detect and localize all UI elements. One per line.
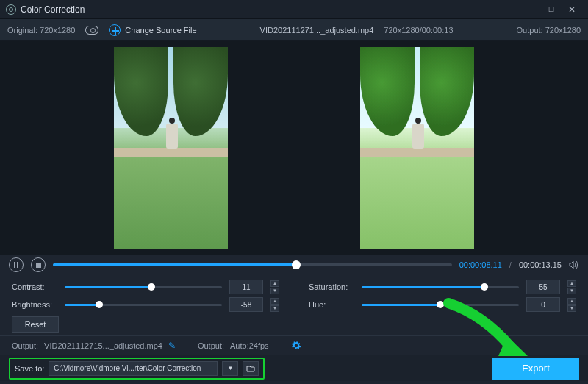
saturation-value[interactable]: 55 [526,280,560,294]
source-filename: VID202111271..._adjusted.mp4 [260,26,374,35]
preview-adjusted [360,47,474,249]
brightness-row: Brightness: -58 ▲▼ [12,297,279,312]
close-button[interactable]: ✕ [562,4,582,15]
save-to-path[interactable]: C:\Vidmore\Vidmore Vi...rter\Color Corre… [49,361,218,376]
contrast-slider[interactable] [65,286,222,288]
reset-button[interactable]: Reset [12,316,59,333]
output-format: Auto;24fps [230,341,269,350]
change-source-label: Change Source File [125,26,196,35]
contrast-step-up[interactable]: ▲ [270,280,279,287]
brightness-step-down[interactable]: ▼ [270,305,279,312]
timeline-slider[interactable] [53,263,452,266]
change-source-button[interactable]: Change Source File [109,24,196,36]
titlebar: Color Correction — ☐ ✕ [0,0,588,19]
brightness-label: Brightness: [12,300,57,309]
original-label: Original: 720x1280 [7,26,75,35]
output-label-1: Output: [12,341,38,350]
settings-icon[interactable] [291,341,301,351]
hue-value[interactable]: 0 [526,297,560,312]
contrast-label: Contrast: [12,282,57,291]
window-title: Color Correction [21,4,520,15]
saturation-slider[interactable] [362,286,519,288]
pause-button[interactable] [9,257,24,272]
reset-row: Reset [0,313,588,335]
info-bar: Original: 720x1280 Change Source File VI… [0,19,588,41]
output-row: Output: VID2021112715..._adjusted.mp4 ✎ … [0,335,588,355]
output-label-2: Output: [198,341,224,350]
output-filename: VID2021112715..._adjusted.mp4 [44,341,162,350]
export-button[interactable]: Export [492,358,579,380]
save-to-label: Save to: [15,364,44,373]
hue-step-up[interactable]: ▲ [567,298,576,305]
rename-icon[interactable]: ✎ [168,341,176,351]
bottom-bar: Save to: C:\Vidmore\Vidmore Vi...rter\Co… [0,355,588,381]
contrast-step-down[interactable]: ▼ [270,288,279,294]
preview-area [0,41,588,255]
transport-bar: 00:00:08.11/00:00:13.15 [0,255,588,275]
save-to-dropdown[interactable]: ▼ [222,361,238,376]
hue-label: Hue: [309,300,354,309]
preview-toggle-icon[interactable] [85,26,98,35]
time-current: 00:00:08.11 [459,260,502,269]
saturation-step-down[interactable]: ▼ [567,288,576,294]
source-dims-duration: 720x1280/00:00:13 [384,26,453,35]
sliders-panel: Contrast: 11 ▲▼ Saturation: 55 ▲▼ Bright… [0,275,588,313]
time-separator: / [509,260,512,269]
save-to-group: Save to: C:\Vidmore\Vidmore Vi...rter\Co… [9,358,265,380]
hue-step-down[interactable]: ▼ [567,305,576,312]
plus-circle-icon [109,24,121,36]
stop-button[interactable] [31,257,46,272]
hue-row: Hue: 0 ▲▼ [309,297,576,312]
saturation-step-up[interactable]: ▲ [567,280,576,287]
contrast-value[interactable]: 11 [229,280,263,294]
contrast-row: Contrast: 11 ▲▼ [12,280,279,294]
hue-slider[interactable] [362,304,519,306]
minimize-button[interactable]: — [520,4,541,15]
output-dims-label: Output: 720x1280 [517,26,581,35]
preview-original [114,47,228,249]
brightness-value[interactable]: -58 [229,297,263,312]
volume-icon[interactable] [569,260,579,269]
maximize-button[interactable]: ☐ [541,6,562,13]
time-total: 00:00:13.15 [519,260,562,269]
brightness-slider[interactable] [65,304,222,306]
saturation-row: Saturation: 55 ▲▼ [309,280,576,294]
browse-folder-button[interactable] [243,361,259,376]
saturation-label: Saturation: [309,282,354,291]
app-logo-icon [6,4,16,15]
brightness-step-up[interactable]: ▲ [270,298,279,305]
